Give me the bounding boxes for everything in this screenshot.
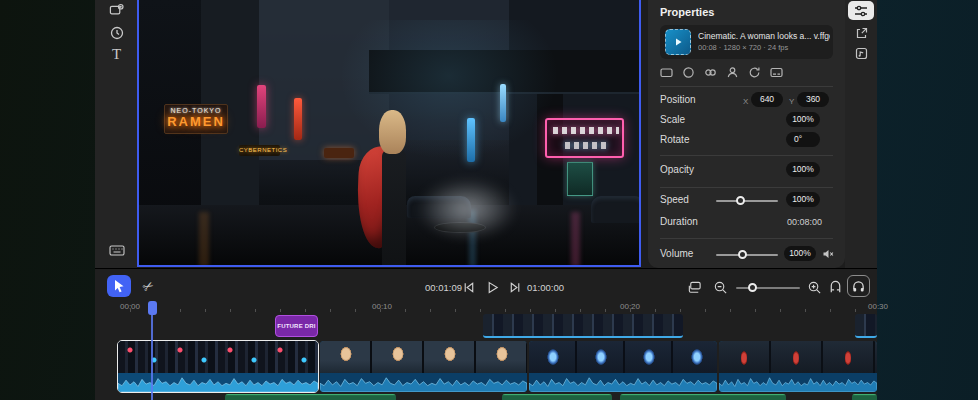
video-preview[interactable]: NEO-TOKYO RAMEN CYBERNETICS	[137, 0, 641, 267]
zoom-out-button[interactable]	[713, 280, 729, 296]
volume-input[interactable]: 100%	[784, 246, 816, 261]
neon-sign-vertical-cyan	[500, 84, 506, 122]
video-clip-selected[interactable]	[118, 341, 318, 392]
track-stack-button[interactable]	[687, 280, 703, 296]
billboard-text-line	[565, 142, 607, 149]
generate-video-icon[interactable]	[108, 2, 125, 19]
zoom-in-icon	[807, 280, 822, 295]
video-clip[interactable]	[320, 341, 527, 392]
video-clip[interactable]	[529, 341, 717, 392]
text-clip[interactable]: FUTURE DRI	[275, 315, 318, 337]
volume-slider-knob[interactable]	[738, 250, 747, 259]
overlay-video-clip[interactable]	[855, 314, 877, 338]
video-frame-icon[interactable]	[660, 66, 673, 79]
speed-label: Speed	[660, 194, 689, 205]
step-forward-icon	[508, 280, 523, 295]
sliders-icon	[854, 5, 868, 17]
refresh-icon[interactable]	[748, 66, 761, 79]
snap-button[interactable]	[828, 280, 844, 296]
media-panel-icon	[855, 47, 868, 60]
timeline-zoom-knob[interactable]	[748, 283, 757, 292]
panel-title: Properties	[660, 6, 714, 18]
playhead-line	[151, 313, 153, 400]
link-icon[interactable]	[704, 66, 717, 79]
clip-thumbnails	[529, 341, 717, 373]
sign-text-cybernetics: CYBERNETICS	[239, 147, 287, 153]
mute-toggle-icon[interactable]	[822, 248, 834, 260]
rotate-label: Rotate	[660, 134, 689, 145]
audio-clip[interactable]	[225, 394, 396, 400]
select-tool-button[interactable]	[107, 275, 131, 297]
timeline-zoom-slider[interactable]	[736, 287, 800, 289]
divider	[660, 238, 833, 239]
position-x-input[interactable]: 640	[751, 92, 783, 107]
street-reflection-orange	[199, 212, 209, 267]
neon-sign-vertical-blue	[467, 118, 475, 162]
storefront-window	[567, 162, 593, 196]
opacity-input[interactable]: 100%	[786, 162, 820, 177]
media-tab[interactable]	[854, 46, 868, 60]
keyboard-shortcuts-icon[interactable]	[108, 242, 125, 259]
text-tool-glyph: T	[112, 46, 121, 63]
sign-text-ramen: RAMEN	[165, 114, 227, 129]
clip-thumbnail	[665, 29, 691, 55]
desktop: T NEO-TOKYO RAMEN	[0, 0, 978, 400]
volume-slider[interactable]	[716, 254, 778, 256]
scale-label: Scale	[660, 114, 685, 125]
scale-input[interactable]: 100%	[786, 112, 820, 127]
stacked-clips-icon	[687, 280, 702, 295]
position-x-label: X	[743, 97, 748, 106]
speed-slider-knob[interactable]	[736, 196, 745, 205]
play-button[interactable]	[485, 280, 501, 296]
steam-cloud	[417, 178, 517, 240]
divider	[660, 187, 833, 188]
audio-waveform	[320, 373, 527, 392]
zoom-in-button[interactable]	[807, 280, 823, 296]
parked-car	[591, 196, 641, 223]
rotate-input[interactable]: 0°	[786, 132, 820, 147]
clip-thumbnails	[118, 341, 318, 373]
sequence-duration: 01:00:00	[527, 282, 564, 293]
history-clock-icon[interactable]	[108, 24, 125, 41]
position-y-label: Y	[789, 97, 794, 106]
clip-thumbnails	[719, 341, 877, 373]
clip-thumbnails	[320, 341, 527, 373]
properties-panel: Properties Cinematic. A woman looks a...…	[648, 0, 845, 268]
neon-sign-vertical-red	[294, 98, 302, 140]
neon-sign-pink-billboard	[545, 118, 624, 158]
position-y-input[interactable]: 360	[797, 92, 829, 107]
play-icon	[485, 280, 500, 295]
audio-clip[interactable]	[502, 394, 612, 400]
neon-sign-vertical-pink	[257, 85, 266, 128]
step-back-icon	[461, 280, 476, 295]
export-tab[interactable]	[854, 26, 868, 40]
step-forward-button[interactable]	[508, 280, 524, 296]
sign-text-neo-tokyo: NEO-TOKYO	[165, 107, 227, 114]
person-icon[interactable]	[726, 66, 739, 79]
cut-tool-button[interactable]: ✂	[136, 274, 161, 299]
selected-clip-card[interactable]: Cinematic. A woman looks a... v.ffgenvid…	[660, 25, 833, 59]
app-window: T NEO-TOKYO RAMEN	[95, 0, 877, 400]
neon-sign-neo-tokyo-ramen: NEO-TOKYO RAMEN	[164, 104, 228, 134]
captions-icon[interactable]	[770, 66, 783, 79]
divider	[660, 86, 833, 87]
text-clip-label: FUTURE DRI	[277, 323, 315, 329]
woman-hair	[379, 110, 406, 154]
overlay-video-clip[interactable]	[483, 314, 683, 338]
zoom-out-icon	[713, 280, 728, 295]
city-haze	[339, 20, 559, 160]
duration-label: Duration	[660, 216, 698, 227]
woman-body	[382, 150, 406, 267]
video-clip[interactable]	[719, 341, 877, 392]
neon-sign-orange	[324, 148, 354, 158]
text-tool-icon[interactable]: T	[108, 46, 125, 63]
mask-icon[interactable]	[682, 66, 695, 79]
speed-slider[interactable]	[716, 200, 778, 202]
ruler-ticks[interactable]	[130, 309, 877, 312]
audio-clip[interactable]	[620, 394, 786, 400]
audio-monitor-button[interactable]	[847, 275, 870, 297]
properties-tab-active[interactable]	[848, 1, 874, 20]
speed-input[interactable]: 100%	[786, 192, 820, 207]
step-back-button[interactable]	[461, 280, 477, 296]
audio-clip[interactable]	[852, 394, 877, 400]
